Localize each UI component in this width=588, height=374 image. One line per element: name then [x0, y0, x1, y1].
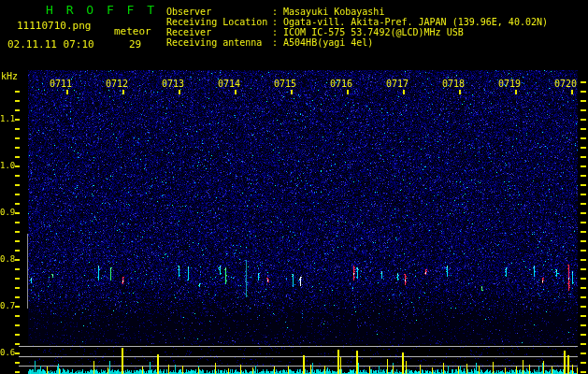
datetime-label: 02.11.11 07:10 — [7, 38, 94, 50]
info-row: Receiving antenna: A504HB(yagi 4el) — [166, 37, 548, 48]
info-row: Observer: Masayuki Kobayashi — [166, 7, 548, 17]
freq-label-0.9: 0.9 — [0, 208, 14, 217]
info-value: : Ogata-vill. Akita-Pref. JAPAN (139.96E… — [272, 17, 548, 27]
freq-unit-label: kHz — [1, 71, 18, 81]
time-label-0713: 0713 — [160, 79, 186, 89]
info-label: Receiving antenna — [166, 37, 272, 48]
info-row: Receiver: ICOM IC-575 53.7492(@LCD)MHz U… — [166, 27, 548, 37]
freq-label-1.1: 1.1 — [0, 114, 14, 123]
time-label-0712: 0712 — [104, 79, 130, 89]
info-row: Receiving Location: Ogata-vill. Akita-Pr… — [166, 17, 548, 27]
time-label-0715: 0715 — [272, 79, 298, 89]
time-label-0717: 0717 — [384, 79, 410, 89]
station-info: Observer: Masayuki KobayashiReceiving Lo… — [166, 7, 548, 48]
time-label-0718: 0718 — [440, 79, 466, 89]
time-label-0720: 0720 — [552, 79, 579, 89]
echo-count: 29 — [129, 38, 141, 50]
info-value: : ICOM IC-575 53.7492(@LCD)MHz USB — [272, 27, 464, 37]
app-title: H R O F F T — [46, 3, 157, 17]
time-label-0719: 0719 — [496, 79, 523, 89]
info-label: Receiver — [166, 27, 272, 37]
info-label: Observer — [166, 7, 272, 17]
time-label-0716: 0716 — [328, 79, 354, 89]
spectrogram-canvas — [0, 0, 588, 374]
info-label: Receiving Location — [166, 17, 272, 27]
time-label-0711: 0711 — [48, 79, 74, 89]
time-label-0714: 0714 — [216, 79, 242, 89]
freq-label-0.7: 0.7 — [0, 301, 14, 310]
freq-label-1.0: 1.0 — [0, 161, 14, 170]
filename-label: 11110710.png — [17, 20, 91, 32]
info-value: : A504HB(yagi 4el) — [272, 37, 373, 48]
freq-label-0.6: 0.6 — [0, 348, 14, 357]
freq-label-0.8: 0.8 — [0, 254, 14, 264]
info-value: : Masayuki Kobayashi — [272, 7, 384, 17]
mode-label: meteor — [114, 25, 151, 37]
